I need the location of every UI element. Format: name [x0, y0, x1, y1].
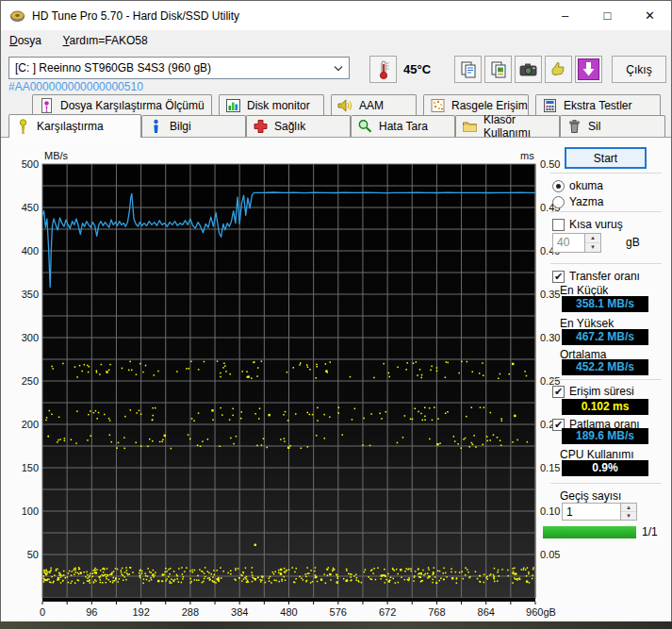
radio-icon	[552, 196, 565, 208]
read-radio[interactable]: okuma	[552, 179, 603, 192]
spin-down-icon[interactable]: ▼	[621, 512, 636, 520]
maximize-button[interactable]: □	[586, 1, 629, 30]
menu-dosya[interactable]: Dosya	[9, 30, 49, 47]
scan-magnifier-icon	[357, 119, 373, 134]
svg-text:192: 192	[132, 606, 149, 618]
short-stroke-checkbox[interactable]: Kısa vuruş	[552, 218, 623, 231]
copy-text-button[interactable]	[454, 56, 482, 83]
toolbar: [C: ] Reeinno ST960GB S4S3 (960 gB) 45°C	[1, 52, 671, 80]
svg-text:0: 0	[40, 606, 45, 618]
tab-label: Sil	[588, 120, 600, 133]
donate-button[interactable]	[545, 56, 572, 83]
tab-hata-tara[interactable]: Hata Tara	[351, 115, 455, 137]
bar-chart-icon	[225, 98, 241, 113]
max-speed-label: En Yüksek	[560, 317, 614, 330]
spin-up-icon[interactable]: ▲	[585, 234, 600, 243]
svg-text:288: 288	[182, 606, 199, 618]
tab-label: Karşılaştırma	[37, 120, 104, 133]
transfer-rate-label: Transfer oranı	[569, 270, 640, 283]
checkbox-checked-icon: ✔	[552, 386, 565, 398]
close-button[interactable]: ✕	[629, 1, 671, 30]
checkbox-icon	[552, 219, 565, 231]
tab-rasgele-erisim[interactable]: Rasgele Erişim	[423, 94, 529, 115]
pass-count-spinner[interactable]: 1 ▲▼	[562, 503, 637, 521]
start-button[interactable]: Start	[565, 147, 647, 169]
exit-button[interactable]: Çıkış	[612, 56, 666, 83]
svg-text:384: 384	[231, 606, 248, 618]
trash-icon	[566, 119, 582, 134]
benchmark-exclamation-icon	[15, 119, 31, 134]
svg-text:864: 864	[478, 606, 495, 618]
minimize-button[interactable]: –	[544, 1, 586, 30]
spinner-arrows[interactable]: ▲▼	[620, 504, 636, 520]
drive-selected-label: [C: ] Reeinno ST960GB S4S3 (960 gB)	[15, 61, 211, 74]
tab-saglik[interactable]: Sağlık	[246, 115, 351, 137]
separator	[550, 379, 662, 380]
separator	[550, 483, 662, 484]
spinner-value: 1	[563, 504, 620, 520]
tab-label: Sağlık	[274, 120, 305, 133]
menu-yardim[interactable]: Yardım=FAKO58	[62, 30, 155, 47]
progress-bar	[543, 526, 636, 538]
tab-dosya-karsilastirma-olcumu[interactable]: Dosya Karşılaştırma Ölçümü	[32, 94, 212, 115]
svg-text:400: 400	[22, 245, 39, 257]
tab-label: Ekstra Testler	[564, 99, 631, 112]
access-time-value: 0.102 ms	[562, 399, 648, 415]
write-radio-label: Yazma	[569, 195, 603, 208]
separator	[550, 173, 662, 174]
transfer-rate-checkbox[interactable]: ✔ Transfer oranı	[552, 270, 640, 283]
temperature-button[interactable]	[369, 56, 397, 83]
tab-klasor-kullanimi[interactable]: Klasör Kullanımı	[455, 115, 560, 137]
desktop-background	[0, 621, 672, 629]
access-time-checkbox[interactable]: ✔ Erişim süresi	[552, 385, 634, 398]
tab-sil[interactable]: Sil	[560, 115, 665, 137]
tab-ekstra-testler[interactable]: Ekstra Testler	[535, 94, 661, 115]
min-speed-label: En Küçük	[560, 284, 608, 297]
tab-aam[interactable]: AAM	[331, 94, 417, 115]
benchmark-chart: MB/sms501001502002503003504004505000.050…	[1, 138, 566, 622]
access-time-label: Erişim süresi	[569, 385, 634, 398]
tab-label: Rasgele Erişim	[451, 99, 528, 112]
random-scatter-icon	[430, 98, 446, 113]
burst-rate-value: 189.6 MB/s	[562, 428, 648, 444]
avg-speed-value: 452.2 MB/s	[562, 359, 648, 375]
gb-unit-label: gB	[626, 236, 640, 249]
exit-label: Çıkış	[626, 63, 651, 76]
short-stroke-size-spinner[interactable]: 40 ▲▼	[552, 233, 601, 253]
calculator-icon	[542, 98, 558, 113]
write-radio[interactable]: Yazma	[552, 195, 603, 208]
tab-label: Hata Tara	[379, 120, 428, 133]
screenshot-camera-icon	[518, 61, 538, 78]
download-update-button[interactable]	[575, 56, 602, 83]
tab-disk-monitor[interactable]: Disk monitor	[219, 94, 324, 115]
tab-label: AAM	[359, 99, 384, 112]
tab-karsilastirma-active[interactable]: Karşılaştırma	[8, 114, 141, 138]
svg-text:450: 450	[22, 202, 39, 213]
tab-label: Dosya Karşılaştırma Ölçümü	[60, 99, 205, 112]
screenshot-button[interactable]	[515, 56, 542, 83]
app-window: HD Tune Pro 5.70 - Hard Disk/SSD Utility…	[0, 0, 672, 621]
benchmark-controls-panel: Start okuma Yazma Kısa vuruş 40 ▲▼ gB	[550, 138, 669, 622]
max-speed-value: 467.2 MB/s	[562, 329, 648, 345]
title-bar[interactable]: HD Tune Pro 5.70 - Hard Disk/SSD Utility…	[1, 1, 671, 30]
svg-text:576: 576	[330, 606, 347, 618]
radio-icon	[552, 180, 565, 192]
drive-select[interactable]: [C: ] Reeinno ST960GB S4S3 (960 gB)	[8, 57, 350, 79]
min-speed-value: 358.1 MB/s	[562, 296, 648, 312]
tab-bilgi[interactable]: Bilgi	[141, 115, 246, 137]
spin-up-icon[interactable]: ▲	[621, 504, 636, 512]
svg-text:480: 480	[280, 606, 297, 618]
spinner-arrows[interactable]: ▲▼	[584, 234, 600, 252]
copy-image-icon	[489, 60, 508, 79]
copy-image-button[interactable]	[484, 56, 512, 83]
benchmark-page: MB/sms501001502002503003504004505000.050…	[1, 137, 671, 621]
svg-text:50: 50	[27, 549, 39, 560]
spinner-value: 40	[553, 234, 584, 252]
tab-label: Klasör Kullanımı	[484, 113, 559, 140]
svg-text:100: 100	[22, 505, 39, 517]
donate-hand-icon	[549, 59, 568, 79]
pass-count-label: Geçiş sayısı	[560, 489, 621, 503]
svg-text:768: 768	[428, 606, 445, 618]
svg-text:96: 96	[86, 606, 97, 618]
spin-down-icon[interactable]: ▼	[585, 243, 600, 252]
